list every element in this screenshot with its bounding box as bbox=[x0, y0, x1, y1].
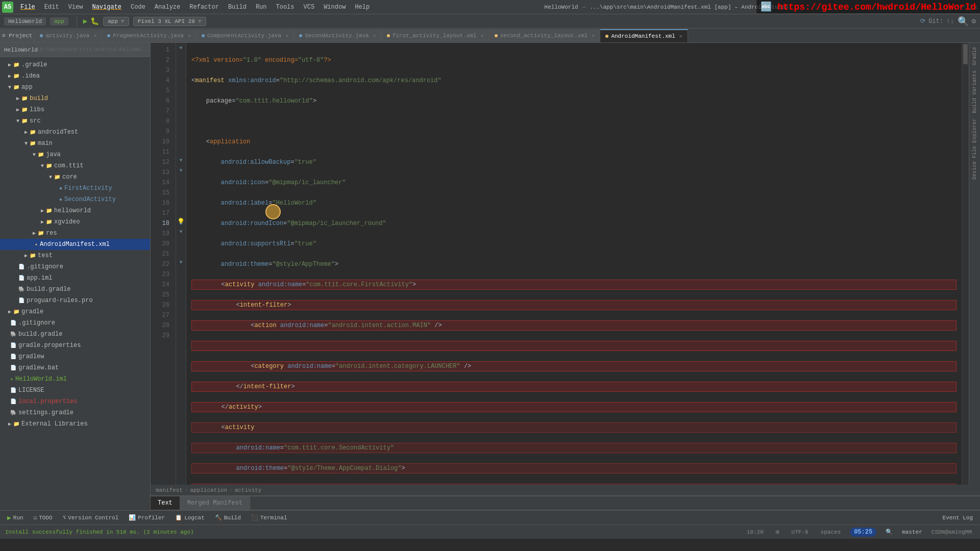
encoding-indicator[interactable]: UTF-8 bbox=[789, 528, 812, 536]
close-tab-icon[interactable]: ✕ bbox=[679, 33, 682, 39]
run-button[interactable]: ▶ bbox=[83, 17, 87, 26]
menu-help[interactable]: Help bbox=[351, 3, 374, 12]
close-btn[interactable]: ✕ bbox=[973, 2, 978, 12]
build-btn[interactable]: 🔨 Build bbox=[212, 513, 244, 522]
fold-19[interactable]: ▼ bbox=[176, 227, 186, 237]
tab-text[interactable]: Text bbox=[151, 496, 180, 510]
fold-13[interactable]: ▼ bbox=[176, 165, 186, 176]
tree-item-xgvideo[interactable]: ▶ 📁 xgvideo bbox=[0, 216, 150, 228]
tree-item-res[interactable]: ▶ 📁 res bbox=[0, 228, 150, 239]
close-tab-icon[interactable]: ✕ bbox=[93, 33, 96, 39]
close-tab-icon[interactable]: ✕ bbox=[373, 33, 376, 39]
tree-item-gitignore-root[interactable]: 📄 .gitignore bbox=[0, 317, 150, 329]
fold-22[interactable]: ▼ bbox=[176, 257, 186, 267]
menu-code[interactable]: Code bbox=[127, 3, 150, 12]
tab-second-activity[interactable]: SecondActivity.java ✕ bbox=[294, 29, 381, 42]
tree-item-proguard[interactable]: 📄 proguard-rules.pro bbox=[0, 295, 150, 306]
close-tab-icon[interactable]: ✕ bbox=[592, 33, 595, 39]
tree-item-gradlew-bat[interactable]: 📄 gradlew.bat bbox=[0, 362, 150, 373]
git-icon[interactable]: Git: bbox=[928, 18, 943, 25]
menu-build[interactable]: Build bbox=[224, 3, 251, 12]
debug-button[interactable]: 🐛 bbox=[90, 17, 99, 26]
tree-item-gradle-folder[interactable]: ▶ 📁 gradle bbox=[0, 306, 150, 317]
tab-component-activity[interactable]: ComponentActivity.java ✕ bbox=[197, 29, 294, 42]
tree-item-build[interactable]: ▶ 📁 build bbox=[0, 93, 150, 104]
tree-item-core[interactable]: ▼ 📁 core bbox=[0, 171, 150, 183]
tree-item-gradle[interactable]: ▶ 📁 .gradle bbox=[0, 59, 150, 70]
tree-item-gradle-properties[interactable]: 📄 gradle.properties bbox=[0, 340, 150, 351]
sync-icon[interactable]: ⟳ bbox=[920, 17, 925, 25]
fold-12b[interactable]: ▼ bbox=[176, 155, 186, 165]
tab-fragment-activity[interactable]: FragmentActivity.java ✕ bbox=[102, 29, 197, 42]
menu-tools[interactable]: Tools bbox=[272, 3, 299, 12]
tab-android-manifest[interactable]: AndroidManifest.xml ✕ bbox=[600, 29, 688, 42]
tree-item-license[interactable]: 📄 LICENSE bbox=[0, 385, 150, 396]
vcs-actions[interactable]: ↑↓ bbox=[946, 17, 954, 25]
tree-item-test[interactable]: ▶ 📁 test bbox=[0, 250, 150, 261]
event-log-btn[interactable]: Event Log bbox=[940, 514, 976, 522]
search-btn[interactable]: 🔍 bbox=[883, 528, 896, 536]
profiler-btn[interactable]: 📊 Profiler bbox=[126, 513, 168, 522]
right-scrollbar[interactable] bbox=[962, 43, 969, 485]
device-selector[interactable]: app ▼ bbox=[103, 17, 129, 26]
project-tab[interactable]: ≡ Project bbox=[0, 29, 35, 42]
run-tool-btn[interactable]: ▶ Run bbox=[4, 513, 27, 523]
tree-item-build-gradle-app[interactable]: 🐘 build.gradle bbox=[0, 284, 150, 295]
tree-item-gitignore-app[interactable]: 📄 .gitignore bbox=[0, 261, 150, 272]
tree-item-second-activity[interactable]: ● SecondActivity bbox=[0, 194, 150, 205]
tree-item-first-activity[interactable]: ● FirstActivity bbox=[0, 183, 150, 194]
scrollbar-thumb[interactable] bbox=[963, 44, 968, 64]
build-variants-label[interactable]: Build Variants bbox=[971, 68, 978, 115]
tree-item-main[interactable]: ▼ 📁 main bbox=[0, 138, 150, 149]
app-module-label[interactable]: app bbox=[50, 17, 68, 26]
tree-item-helloworld-pkg[interactable]: ▶ 📁 helloworld bbox=[0, 205, 150, 216]
breadcrumb-activity[interactable]: activity bbox=[235, 487, 262, 493]
close-tab-icon[interactable]: ✕ bbox=[481, 33, 484, 39]
minimize-btn[interactable]: ─ bbox=[959, 3, 964, 12]
gutter-bulb[interactable]: 💡 bbox=[176, 216, 186, 227]
tree-item-gradlew[interactable]: 📄 gradlew bbox=[0, 351, 150, 362]
tab-merged-manifest[interactable]: Merged Manifest bbox=[180, 496, 250, 510]
menu-analyze[interactable]: Analyze bbox=[151, 3, 184, 12]
menu-edit[interactable]: Edit bbox=[40, 3, 63, 12]
tab-first-layout[interactable]: first_activity_layout.xml ✕ bbox=[382, 29, 489, 42]
breadcrumb-application[interactable]: application bbox=[190, 487, 227, 493]
gradle-panel-label[interactable]: Gradle bbox=[971, 45, 978, 67]
close-tab-icon[interactable]: ✕ bbox=[188, 33, 191, 39]
close-tab-icon[interactable]: ✕ bbox=[285, 33, 288, 39]
tree-item-android-test[interactable]: ▶ 📁 androidTest bbox=[0, 127, 150, 138]
settings-icon[interactable]: ⚙ bbox=[972, 17, 976, 26]
menu-window[interactable]: Window bbox=[320, 3, 350, 12]
tree-item-settings-gradle[interactable]: 🐘 settings.gradle bbox=[0, 407, 150, 418]
tree-item-external-libs[interactable]: ▶ 📁 External Libraries bbox=[0, 418, 150, 430]
code-content[interactable]: <?xml version="1.0" encoding="utf-8"?> <… bbox=[186, 43, 962, 485]
tree-item-app-iml[interactable]: 📄 app.iml bbox=[0, 272, 150, 284]
tree-item-helloworld-iml[interactable]: ✦ HelloWorld.iml bbox=[0, 373, 150, 385]
tree-item-src[interactable]: ▼ 📁 src bbox=[0, 115, 150, 127]
version-control-btn[interactable]: ⌥ Version Control bbox=[60, 513, 122, 522]
menu-refactor[interactable]: Refactor bbox=[185, 3, 223, 12]
fold-12[interactable]: ▼ bbox=[176, 43, 186, 53]
tree-item-java[interactable]: ▼ 📁 java bbox=[0, 149, 150, 160]
tree-item-comttit[interactable]: ▼ 📁 com.ttit bbox=[0, 160, 150, 171]
todo-btn[interactable]: ☑ TODO bbox=[31, 513, 56, 522]
maximize-btn[interactable]: □ bbox=[966, 3, 971, 12]
tab-second-layout[interactable]: second_activity_layout.xml ✕ bbox=[489, 29, 601, 42]
tree-item-local-properties[interactable]: 📄 local.properties bbox=[0, 396, 150, 407]
menu-view[interactable]: View bbox=[64, 3, 87, 12]
position-indicator[interactable]: 18:20 bbox=[744, 528, 767, 536]
tree-item-build-gradle-root[interactable]: 🐘 build.gradle bbox=[0, 329, 150, 340]
bulb-icon[interactable]: 💡 bbox=[177, 218, 185, 226]
search-everywhere-icon[interactable]: 🔍 bbox=[958, 16, 969, 27]
terminal-btn[interactable]: ⬛ Terminal bbox=[248, 513, 290, 522]
tab-activity-java[interactable]: activity.java ✕ bbox=[35, 29, 102, 42]
device-explorer-label[interactable]: Device File Explorer bbox=[971, 116, 978, 182]
tree-item-idea[interactable]: ▶ 📁 .idea bbox=[0, 70, 150, 82]
menu-run[interactable]: Run bbox=[252, 3, 271, 12]
code-editor[interactable]: 1 2 3 4 5 6 7 8 9 10 11 12 13 14 15 16 1 bbox=[151, 43, 980, 485]
menu-file[interactable]: File bbox=[16, 3, 39, 12]
avd-selector[interactable]: Pixel 3 XL API 29 ▼ bbox=[133, 17, 206, 26]
menu-vcs[interactable]: VCS bbox=[300, 3, 319, 12]
tree-item-libs[interactable]: ▶ 📁 libs bbox=[0, 104, 150, 115]
layout-indicator[interactable]: ⊞ bbox=[773, 528, 782, 536]
